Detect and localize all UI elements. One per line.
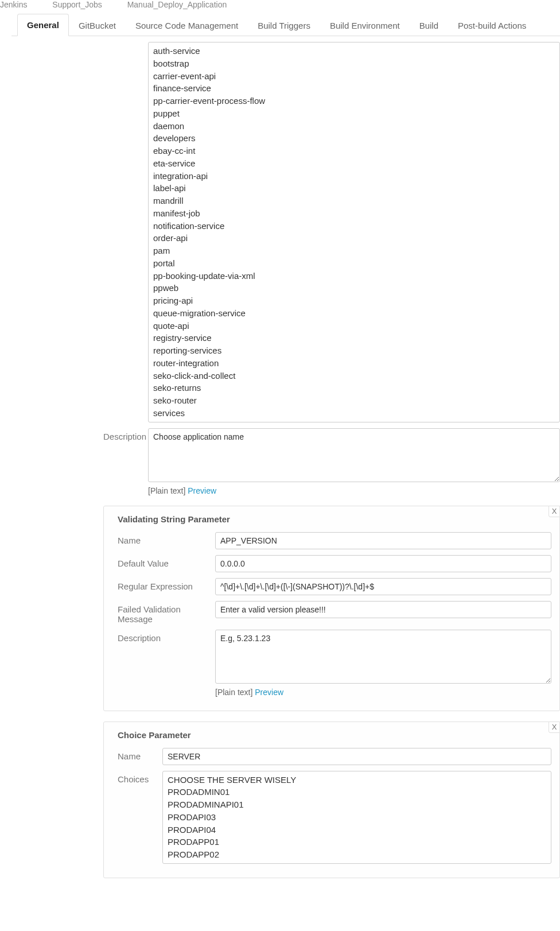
list-item: PRODADMINAPI01 [168,798,546,811]
name-label: Name [118,748,162,761]
list-item: eta-service [153,157,555,170]
list-item: manifest-job [153,207,555,220]
regex-label: Regular Expression [118,578,215,591]
list-item: services [153,407,555,420]
tab-build-triggers[interactable]: Build Triggers [248,14,320,36]
list-item: PRODAPP01 [168,836,546,848]
description-label: Description [118,630,215,643]
list-item: PRODAPP02 [168,848,546,861]
list-item: ppweb [153,282,555,294]
list-item: pam [153,245,555,257]
choices-label-implied [103,42,148,45]
list-item: developers [153,132,555,145]
description-format-hint: [Plain text] Preview [148,486,560,495]
failmsg-label: Failed Validation Message [118,601,215,624]
list-item: puppet [153,107,555,120]
tab-gitbucket[interactable]: GitBucket [69,14,126,36]
section-title: Choice Parameter [118,730,551,740]
list-item: reporting-services [153,344,555,357]
list-item: pricing-api [153,294,555,307]
list-item: order-api [153,232,555,245]
tab-general[interactable]: General [17,14,69,36]
breadcrumb-item[interactable]: Support_Jobs [52,0,102,9]
description-textarea[interactable] [215,630,551,684]
list-item: CHOOSE THE SERVER WISELY [168,774,546,786]
choices-label: Choices [118,771,162,784]
tab-post-build[interactable]: Post-build Actions [448,14,536,36]
plain-text-label: [Plain text] [215,688,255,697]
list-item: pp-carrier-event-process-flow [153,95,555,107]
preview-link[interactable]: Preview [255,688,283,697]
list-item: daemon [153,120,555,133]
list-item: seko-click-and-collect [153,370,555,382]
list-item: quote-api [153,320,555,332]
list-item: seko-returns [153,382,555,394]
list-item: PRODAPI03 [168,811,546,824]
list-item: mandrill [153,195,555,207]
list-item: finance-service [153,82,555,95]
validating-string-parameter-section: X Validating String Parameter Name Defau… [103,506,560,711]
list-item: PRODADMIN01 [168,786,546,798]
server-choices-textarea[interactable]: CHOOSE THE SERVER WISELYPRODADMIN01PRODA… [162,771,551,864]
app-choices-textarea[interactable]: auth-servicebootstrapcarrier-event-apifi… [148,42,560,422]
list-item: integration-api [153,170,555,183]
breadcrumb-item[interactable]: Manual_Deploy_Application [127,0,227,9]
default-value-label: Default Value [118,555,215,568]
breadcrumb: Jenkins Support_Jobs Manual_Deploy_Appli… [0,0,560,14]
description-format-hint: [Plain text] Preview [215,688,551,697]
list-item: notification-service [153,220,555,232]
failmsg-input[interactable] [215,601,551,618]
section-title: Validating String Parameter [118,514,551,524]
default-value-input[interactable] [215,555,551,572]
list-item: router-integration [153,357,555,370]
choice-parameter-section: X Choice Parameter Name Choices CHOOSE T… [103,721,560,878]
list-item: auth-service [153,45,555,57]
tab-scm[interactable]: Source Code Management [126,14,248,36]
list-item: pp-booking-update-via-xml [153,270,555,282]
breadcrumb-item[interactable]: Jenkins [0,0,27,9]
tab-build-environment[interactable]: Build Environment [320,14,410,36]
list-item: registry-service [153,332,555,344]
list-item: portal [153,257,555,270]
name-input[interactable] [215,532,551,549]
regex-input[interactable] [215,578,551,595]
close-icon[interactable]: X [549,506,560,517]
preview-link[interactable]: Preview [188,486,216,495]
close-icon[interactable]: X [549,721,560,733]
name-input[interactable] [162,748,551,765]
list-item: queue-migration-service [153,307,555,320]
list-item: ebay-cc-int [153,145,555,157]
list-item: label-api [153,182,555,195]
list-item: PRODAPI04 [168,824,546,836]
description-label: Description [103,428,148,441]
config-tabs: General GitBucket Source Code Management… [11,14,560,36]
app-description-textarea[interactable] [148,428,560,482]
tab-build[interactable]: Build [410,14,448,36]
name-label: Name [118,532,215,545]
list-item: bootstrap [153,57,555,70]
list-item: seko-router [153,394,555,407]
plain-text-label: [Plain text] [148,486,188,495]
list-item: carrier-event-api [153,70,555,83]
